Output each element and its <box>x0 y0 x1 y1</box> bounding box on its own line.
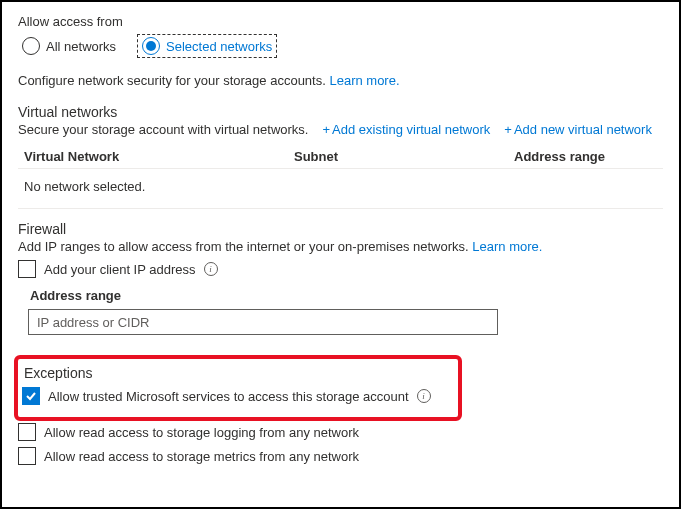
add-client-ip-label: Add your client IP address <box>44 262 196 277</box>
info-icon[interactable]: i <box>204 262 218 276</box>
exceptions-heading: Exceptions <box>22 365 450 381</box>
access-radio-group: All networks Selected networks <box>18 35 663 57</box>
radio-all-label: All networks <box>46 39 116 54</box>
firewall-desc-text: Add IP ranges to allow access from the i… <box>18 239 469 254</box>
add-existing-vn-link[interactable]: +Add existing virtual network <box>322 122 490 137</box>
metrics-label: Allow read access to storage metrics fro… <box>44 449 359 464</box>
vn-table: Virtual Network Subnet Address range No … <box>18 145 663 209</box>
address-range-input[interactable] <box>28 309 498 335</box>
access-from-title: Allow access from <box>18 14 663 29</box>
vn-col-subnet: Subnet <box>294 149 514 164</box>
checkbox-unchecked-icon <box>18 260 36 278</box>
checkbox-unchecked-icon <box>18 423 36 441</box>
trusted-services-label: Allow trusted Microsoft services to acce… <box>48 389 409 404</box>
logging-checkbox[interactable]: Allow read access to storage logging fro… <box>18 423 663 441</box>
logging-label: Allow read access to storage logging fro… <box>44 425 359 440</box>
vn-desc: Secure your storage account with virtual… <box>18 122 308 137</box>
vn-empty-row: No network selected. <box>18 169 663 209</box>
firewall-heading: Firewall <box>18 221 663 237</box>
add-new-label: Add new virtual network <box>514 122 652 137</box>
radio-on-icon <box>142 37 160 55</box>
radio-all-networks[interactable]: All networks <box>18 35 120 57</box>
add-new-vn-link[interactable]: +Add new virtual network <box>504 122 652 137</box>
config-desc-row: Configure network security for your stor… <box>18 73 663 88</box>
metrics-checkbox[interactable]: Allow read access to storage metrics fro… <box>18 447 663 465</box>
firewall-learn-more-link[interactable]: Learn more. <box>472 239 542 254</box>
firewall-desc-row: Add IP ranges to allow access from the i… <box>18 239 663 254</box>
radio-selected-networks[interactable]: Selected networks <box>138 35 276 57</box>
exceptions-section: Exceptions Allow trusted Microsoft servi… <box>18 355 663 465</box>
radio-selected-label: Selected networks <box>166 39 272 54</box>
trusted-services-checkbox[interactable]: Allow trusted Microsoft services to acce… <box>22 387 450 405</box>
config-desc-text: Configure network security for your stor… <box>18 73 326 88</box>
info-icon[interactable]: i <box>417 389 431 403</box>
plus-icon: + <box>322 122 330 137</box>
exceptions-highlight: Exceptions Allow trusted Microsoft servi… <box>14 355 462 421</box>
address-range-label: Address range <box>30 288 663 303</box>
checkbox-checked-icon <box>22 387 40 405</box>
vn-col-network: Virtual Network <box>24 149 294 164</box>
add-client-ip-checkbox[interactable]: Add your client IP address i <box>18 260 663 278</box>
checkbox-unchecked-icon <box>18 447 36 465</box>
radio-off-icon <box>22 37 40 55</box>
add-existing-label: Add existing virtual network <box>332 122 490 137</box>
plus-icon: + <box>504 122 512 137</box>
vn-heading: Virtual networks <box>18 104 663 120</box>
config-learn-more-link[interactable]: Learn more. <box>329 73 399 88</box>
vn-subrow: Secure your storage account with virtual… <box>18 122 663 137</box>
vn-col-range: Address range <box>514 149 657 164</box>
vn-table-header: Virtual Network Subnet Address range <box>18 145 663 169</box>
